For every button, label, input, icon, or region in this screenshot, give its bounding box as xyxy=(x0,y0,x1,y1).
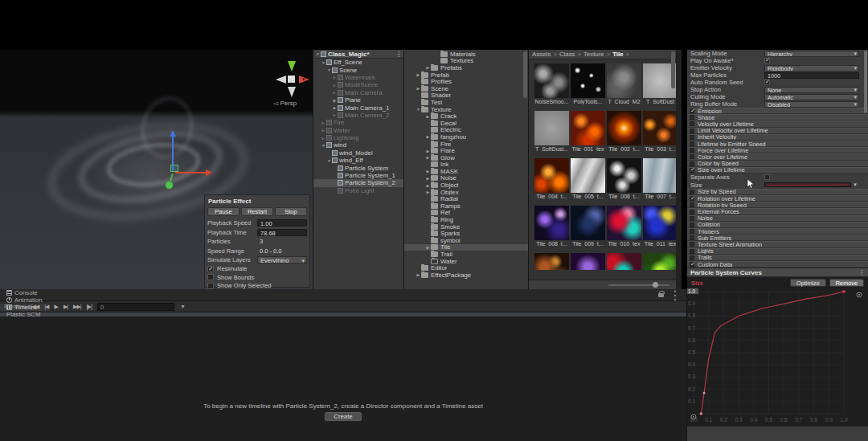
module-enabled-checkbox[interactable] xyxy=(690,202,694,207)
gizmo-x-cone-icon[interactable] xyxy=(299,76,313,84)
asset-item[interactable]: Tile_003_t... xyxy=(643,111,676,152)
kebab-menu-icon[interactable]: ⋮ xyxy=(858,269,865,276)
asset-thumbnail[interactable] xyxy=(534,111,569,145)
asset-item[interactable]: Tile_008_t... xyxy=(534,206,569,247)
gizmo-z-handle[interactable] xyxy=(166,182,173,189)
folder-item[interactable]: Sparks xyxy=(404,230,528,237)
module-enabled-checkbox[interactable] xyxy=(690,154,694,159)
module-enabled-checkbox[interactable] xyxy=(690,161,694,166)
folder-item[interactable]: ▶ Objtex xyxy=(404,189,528,196)
hierarchy-item[interactable]: ▶ Main Camera_1 xyxy=(313,104,403,111)
inspector-module[interactable]: Color over Lifetime xyxy=(687,153,868,160)
folder-item[interactable]: symbol xyxy=(404,237,528,244)
asset-item[interactable]: T_SoftDust... xyxy=(534,111,569,152)
folder-item[interactable]: ▶ Prefabs xyxy=(404,64,528,71)
asset-item[interactable]: Tile_009_t... xyxy=(571,206,605,247)
hierarchy-item[interactable]: ▶ Plane xyxy=(313,96,403,104)
dock-tab[interactable]: Console xyxy=(0,289,49,296)
folder-item[interactable]: Profiles xyxy=(404,78,528,85)
asset-item[interactable]: Tile_001_tex xyxy=(571,111,605,152)
curve-editor[interactable]: Size Optimize Remove 1.00.90.80.70.60.50… xyxy=(687,277,868,427)
breadcrumb-segment[interactable]: Class xyxy=(559,51,575,58)
expand-arrow-icon[interactable]: ▶ xyxy=(425,245,431,250)
breadcrumb-segment[interactable]: Tile xyxy=(612,51,623,58)
breadcrumb-segment[interactable]: Texture xyxy=(583,51,604,58)
inspector-module[interactable]: Size by Speed xyxy=(687,189,868,195)
asset-thumbnail[interactable] xyxy=(571,206,605,240)
playback-button[interactable]: Restart xyxy=(241,207,273,216)
expand-arrow-icon[interactable]: ▶ xyxy=(425,169,431,174)
asset-thumbnail[interactable] xyxy=(643,111,676,145)
folder-item[interactable]: ▶ fangzhou xyxy=(404,133,528,141)
inspector-module[interactable]: Noise xyxy=(687,215,868,222)
module-enabled-checkbox[interactable] xyxy=(690,235,694,240)
expand-arrow-icon[interactable]: ▶ xyxy=(416,86,421,91)
asset-thumbnail[interactable] xyxy=(571,253,605,270)
asset-item[interactable]: Tile_007_t... xyxy=(643,158,676,199)
folder-item[interactable]: ▶ Noise xyxy=(404,175,528,182)
module-enabled-checkbox[interactable] xyxy=(690,108,694,113)
folder-item[interactable]: Shader xyxy=(404,92,528,100)
inspector-scrollbar[interactable] xyxy=(864,51,867,113)
folder-item[interactable]: Electric xyxy=(404,127,528,134)
hierarchy-item[interactable]: ▶ Main Camera_2 xyxy=(313,112,403,119)
property-control[interactable]: Rigidbody xyxy=(764,65,859,71)
expand-arrow-icon[interactable]: ▼ xyxy=(326,67,332,72)
property-control[interactable]: None xyxy=(764,87,859,93)
asset-thumbnail[interactable] xyxy=(643,253,676,270)
hierarchy-item[interactable]: ▶ Main Camera xyxy=(313,89,403,96)
module-enabled-checkbox[interactable] xyxy=(690,148,694,153)
expand-arrow-icon[interactable]: ▶ xyxy=(321,128,326,133)
expand-arrow-icon[interactable]: ▶ xyxy=(332,98,338,103)
project-scrollbar[interactable] xyxy=(523,51,527,98)
asset-thumbnail[interactable] xyxy=(534,206,569,240)
gizmo-x-axis-arrow[interactable] xyxy=(175,172,209,174)
folder-item[interactable]: Materials xyxy=(404,51,528,58)
hierarchy-item[interactable]: ▶ Lightning xyxy=(313,134,403,141)
expand-arrow-icon[interactable]: ▶ xyxy=(332,83,338,88)
property-control[interactable]: Automatic xyxy=(764,94,859,100)
folder-item[interactable]: ▶ MASK xyxy=(404,168,528,175)
asset-item[interactable]: NoiseSmoo... xyxy=(534,63,569,104)
hierarchy-item[interactable]: ▼ Eff_Scene xyxy=(313,59,403,66)
particle-system-curves-header[interactable]: Particle System Curves ⋮ xyxy=(687,267,868,277)
breadcrumb-segment[interactable]: Assets xyxy=(532,51,551,58)
inspector-module[interactable]: Texture Sheet Animation xyxy=(687,241,868,247)
asset-thumbnail[interactable] xyxy=(607,63,641,98)
field-value[interactable]: Everything xyxy=(257,256,307,263)
curve-plot[interactable]: 1.00.90.80.70.60.50.40.30.20.10.00.10.20… xyxy=(687,288,868,427)
asset-item[interactable]: Tile_013_tex xyxy=(571,253,605,270)
hierarchy-item[interactable]: ▶ ModeScene xyxy=(313,81,403,88)
folder-item[interactable]: ▶ Crack xyxy=(404,112,528,120)
checkbox[interactable] xyxy=(207,266,214,272)
hierarchy-header[interactable]: ▼ Class_Magic* ⋮ xyxy=(313,50,403,59)
hierarchy-item[interactable]: ▶ Fire xyxy=(313,119,403,126)
asset-item[interactable]: Tile_010_tex xyxy=(607,206,641,247)
inspector-module[interactable]: Triggers xyxy=(687,228,868,235)
hierarchy-item[interactable]: ▶ Water xyxy=(313,127,403,134)
transport-button[interactable]: |◀ xyxy=(44,304,48,310)
expand-arrow-icon[interactable]: ▼ xyxy=(326,158,332,163)
module-enabled-checkbox[interactable] xyxy=(690,135,694,140)
perspective-toggle[interactable]: ◅ Persp xyxy=(273,100,297,107)
expand-arrow-icon[interactable]: ▶ xyxy=(332,90,338,95)
asset-item[interactable]: PolyTools... xyxy=(571,63,605,104)
asset-item[interactable]: Tile_005_t... xyxy=(571,158,605,199)
asset-thumbnail[interactable] xyxy=(643,158,676,193)
remove-button[interactable]: Remove xyxy=(829,279,864,287)
folder-item[interactable]: ▼ Texture xyxy=(404,106,528,113)
hierarchy-item[interactable]: wind_Model xyxy=(313,149,403,157)
expand-arrow-icon[interactable]: ▶ xyxy=(425,190,431,194)
expand-arrow-icon[interactable]: ▼ xyxy=(321,60,326,65)
module-enabled-checkbox[interactable] xyxy=(690,121,694,126)
preview-toggle[interactable]: Preview xyxy=(4,303,26,310)
folder-item[interactable]: ▶ Prefab xyxy=(404,71,528,79)
hierarchy-item[interactable]: ▼ wind_Eff xyxy=(313,157,403,164)
folder-item[interactable]: Decal xyxy=(404,120,528,127)
expand-arrow-icon[interactable]: ▶ xyxy=(425,134,431,139)
field-value[interactable]: 78.68 xyxy=(257,229,307,236)
hierarchy-item[interactable]: Particle System_2 xyxy=(313,179,403,186)
inspector-module[interactable]: Velocity over Lifetime xyxy=(687,120,868,127)
hierarchy-item[interactable]: ▼ Scene xyxy=(313,66,403,73)
scene-view[interactable]: x ◅ Persp Particle Effect PauseRestartSt… xyxy=(0,50,313,289)
